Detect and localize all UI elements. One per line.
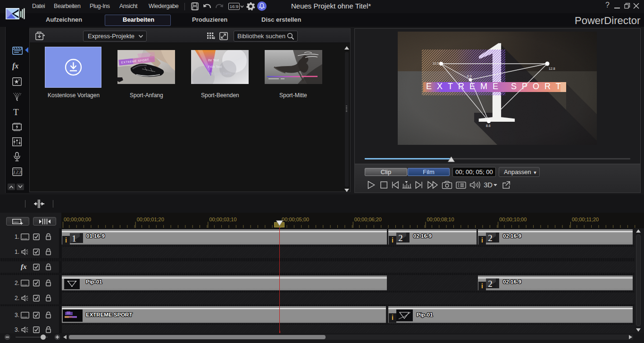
svg-text:2: 2 <box>398 233 403 243</box>
svg-text:00;00;05;00: 00;00;05;00 <box>282 217 309 222</box>
svg-text:1 2 3: 1 2 3 <box>13 170 22 174</box>
svg-text:00;00;03;10: 00;00;03;10 <box>209 217 236 222</box>
svg-text:00;00;10;00: 00;00;10;00 <box>499 217 527 222</box>
svg-text:00;00;11;20: 00;00;11;20 <box>572 217 599 222</box>
svg-text:Eingeben Sams: Eingeben Sams <box>208 72 232 75</box>
svg-text:00;00;01;20: 00;00;01;20 <box>137 217 164 222</box>
svg-text:3D: 3D <box>484 181 493 189</box>
svg-text:2: 2 <box>488 233 493 243</box>
svg-text:Früh Text: Früh Text <box>208 65 222 68</box>
svg-text:1: 1 <box>72 234 76 243</box>
svg-text:00;00;06;20: 00;00;06;20 <box>354 217 382 222</box>
svg-text:Ihr Text: Ihr Text <box>208 59 219 62</box>
svg-text:00;00;08;10: 00;00;08;10 <box>427 217 454 222</box>
svg-text:00;00;00;00: 00;00;00;00 <box>64 217 91 222</box>
svg-text:2: 2 <box>488 279 493 289</box>
